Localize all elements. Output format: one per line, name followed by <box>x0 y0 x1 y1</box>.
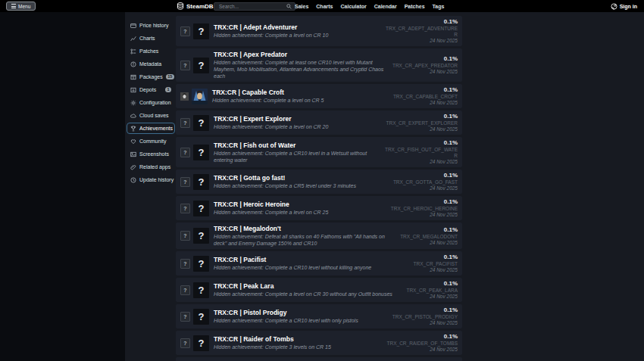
update-history-icon <box>130 177 136 183</box>
price-history-icon <box>130 23 136 29</box>
achievement-percent: 0.1% <box>383 139 458 147</box>
achievement-stats: 0.1%TRX_CR_APEX_PREDATOR24 Nov 2025 <box>392 55 458 75</box>
achievement-description: Hidden achievement: Complete a CR5 level… <box>214 182 387 189</box>
sidebar-item-configuration[interactable]: Configuration <box>127 96 175 109</box>
database-icon <box>177 2 184 10</box>
achievement-title: TRX:CR | Apex Predator <box>214 51 386 59</box>
sign-in-button[interactable]: Sign in <box>611 0 637 12</box>
achievement-row: ??TRX:CR | Megalodon'tHidden achievement… <box>176 223 462 249</box>
achievement-text: TRX:CR | Gotta go fast!Hidden achievemen… <box>214 174 387 189</box>
top-nav: SalesChartsCalculatorCalendarPatchesTags <box>295 0 444 12</box>
count-badge: 15 <box>166 74 174 79</box>
achievement-text: TRX:CR | Fish out of WaterHidden achieve… <box>214 142 377 163</box>
achievement-api-name: TRX_CR_CAPABLE_CROFT <box>393 94 458 100</box>
menu-button[interactable]: Menu <box>6 2 36 11</box>
depots-icon <box>130 87 136 93</box>
hidden-achievement-icon-large: ? <box>193 115 209 131</box>
logo-text: SteamDB <box>186 3 214 10</box>
sidebar-item-label: Depots <box>139 87 156 92</box>
main-panel: Price historyChartsPatchesMetadataPackag… <box>125 12 644 361</box>
hidden-achievement-icon-small: ? <box>180 118 190 128</box>
achievement-description: Hidden achievement: Complete at least on… <box>214 59 386 79</box>
sidebar-item-price-history[interactable]: Price history <box>127 19 175 32</box>
achievement-text: TRX:CR | Capable CroftHidden achievement… <box>212 89 387 104</box>
achievement-date: 24 Nov 2025 <box>393 100 458 106</box>
achievement-date: 24 Nov 2025 <box>391 212 458 218</box>
achievement-text: TRX:CR | Apex PredatorHidden achievement… <box>214 51 386 79</box>
nav-link-calculator[interactable]: Calculator <box>340 4 366 9</box>
hidden-achievement-icon-small: ? <box>180 204 190 213</box>
achievement-title: TRX:CR | Raider of Tombs <box>214 335 381 344</box>
achievement-row: ??TRX:CR | PacifistHidden achievement: C… <box>176 251 462 275</box>
achievements-icon <box>130 126 136 132</box>
cloud-saves-icon <box>130 113 136 119</box>
hidden-achievement-icon-small: ? <box>180 285 190 295</box>
achievement-row: ??TRX:CR | Expert ExplorerHidden achieve… <box>176 110 462 135</box>
achievement-list: ??TRX:CR | Adept AdventurerHidden achiev… <box>176 16 462 361</box>
hamburger-icon <box>11 4 16 8</box>
achievement-stats: 0.1%TRX_CR_CAPABLE_CROFT24 Nov 2025 <box>393 86 458 106</box>
achievement-text: TRX:CR | Adept AdventurerHidden achievem… <box>214 23 377 39</box>
search-input[interactable] <box>217 3 286 10</box>
achievement-title: TRX:CR | Peak Lara <box>214 282 400 291</box>
hidden-achievement-icon-small: ? <box>180 338 190 348</box>
sidebar-item-patches[interactable]: Patches <box>127 45 175 58</box>
hidden-achievement-icon-small: ? <box>180 312 190 322</box>
achievement-thumb-unlocked <box>192 89 208 104</box>
sidebar-item-packages[interactable]: Packages15 <box>127 70 175 83</box>
nav-link-patches[interactable]: Patches <box>405 4 425 9</box>
achievement-date: 24 Nov 2025 <box>383 159 458 165</box>
achievement-title: TRX:CR | Adept Adventurer <box>214 23 377 32</box>
sidebar-item-metadata[interactable]: Metadata <box>127 58 175 70</box>
configuration-icon <box>130 100 136 106</box>
sidebar-item-update-history[interactable]: Update history <box>127 173 175 186</box>
achievement-text: TRX:CR | Heroic HeroineHidden achievemen… <box>214 201 385 216</box>
sidebar-item-achievements[interactable]: Achievements <box>127 123 175 134</box>
achievement-stats: 0.1%TRX_CR_PISTOL_PRODIGY24 Nov 2025 <box>392 307 458 326</box>
search-box[interactable] <box>214 2 295 11</box>
achievement-row: ??TRX:CR | Pistol ProdigyHidden achievem… <box>176 304 462 328</box>
sidebar-item-screenshots[interactable]: Screenshots <box>127 148 175 160</box>
achievement-date: 24 Nov 2025 <box>406 294 458 300</box>
hidden-achievement-icon-large: ? <box>193 228 209 244</box>
sidebar-item-label: Packages <box>139 74 163 79</box>
achievement-api-name: TRX_CR_EXPERT_EXPLORER <box>386 120 458 126</box>
achievement-title: TRX:CR | Pistol Prodigy <box>214 309 386 317</box>
sidebar-item-depots[interactable]: Depots1 <box>127 83 175 96</box>
steamdb-logo[interactable]: SteamDB <box>177 2 214 11</box>
achievement-api-name: TRX_CR_PEAK_LARA <box>406 288 458 294</box>
achievement-api-name: TRX_CR_PISTOL_PRODIGY <box>392 314 458 320</box>
sidebar-item-community[interactable]: Community <box>127 135 175 148</box>
achievement-api-name: TRX_CR_HEROIC_HEROINE <box>391 206 458 212</box>
sidebar-item-label: Price history <box>139 23 169 28</box>
achievement-row: TRX:CR | Capable CroftHidden achievement… <box>176 84 462 108</box>
nav-link-charts[interactable]: Charts <box>316 4 333 9</box>
achievement-stats: 0.1%TRX_CR_FISH_OUT_OF_WATER24 Nov 2025 <box>383 139 458 165</box>
achievement-title: TRX:CR | Expert Explorer <box>214 115 380 123</box>
achievement-api-name: TRX_CR_GOTTA_GO_FAST <box>393 179 458 185</box>
sidebar-item-label: Metadata <box>139 61 161 67</box>
achievement-percent: 0.1% <box>391 198 458 206</box>
screenshots-icon <box>130 151 136 157</box>
achievement-description: Hidden achievement: Complete a level on … <box>214 291 400 297</box>
achievement-stats: 0.1%TRX_CR_PEAK_LARA24 Nov 2025 <box>406 280 458 300</box>
hidden-achievement-icon-large: ? <box>193 201 209 216</box>
achievement-text: TRX:CR | Megalodon'tHidden achievement: … <box>214 225 394 247</box>
sidebar-item-cloud-saves[interactable]: Cloud saves <box>127 109 175 122</box>
achievement-description: Hidden achievement: Complete a CR10 leve… <box>214 150 377 163</box>
achievement-thumb-locked <box>180 92 189 101</box>
nav-link-sales[interactable]: Sales <box>295 4 308 9</box>
sidebar-item-charts[interactable]: Charts <box>127 32 175 45</box>
sidebar-item-related-apps[interactable]: Related apps <box>127 160 175 173</box>
nav-link-tags[interactable]: Tags <box>433 4 445 9</box>
related-apps-icon <box>130 164 136 170</box>
achievement-api-name: TRX_CR_RAIDER_OF_TOMBS <box>387 341 458 347</box>
nav-link-calendar[interactable]: Calendar <box>374 4 397 9</box>
menu-label: Menu <box>18 4 30 9</box>
steam-icon <box>611 3 617 10</box>
achievement-text: TRX:CR | PacifistHidden achievement: Com… <box>214 256 408 271</box>
achievement-stats: 0.1%TRX_CR_EXPERT_EXPLORER24 Nov 2025 <box>386 113 458 132</box>
achievement-row: ??TRX:CR | Gotta go fast!Hidden achievem… <box>176 170 462 194</box>
achievement-row: ??TRX:CR | Fish out of WaterHidden achie… <box>176 137 462 167</box>
achievement-stats: 0.1%TRX_CR_GOTTA_GO_FAST24 Nov 2025 <box>393 172 458 191</box>
